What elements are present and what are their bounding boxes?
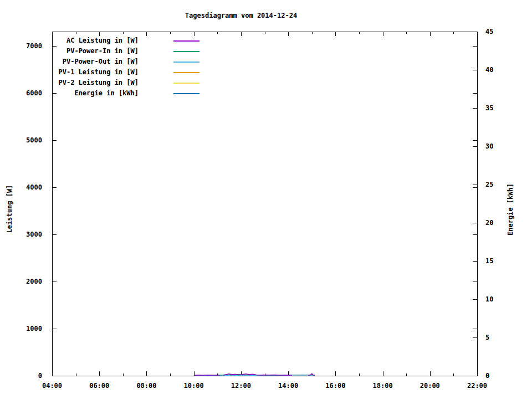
x-tick-label: 04:00 [34,382,70,390]
legend-item: PV-Power-Out in [W] [49,57,259,67]
legend-label: PV-Power-In in [W] [49,46,139,57]
chart-canvas: Tagesdiagramm vom 2014-12-24 Leistung [W… [0,0,532,399]
legend-label: Energie in [kWh] [49,88,139,99]
series-line-ac-leistung-in-w [195,375,220,376]
y-tick-label: 3000 [8,231,42,238]
y2-tick-label: 35 [485,104,493,112]
legend-label: AC Leistung in [W] [49,35,139,46]
y2-tick-label: 30 [485,142,493,150]
y2-tick-label: 25 [485,181,493,188]
legend-line-sample [173,40,200,42]
legend-item: PV-1 Leistung in [W] [49,67,259,78]
x-tick-label: 06:00 [81,382,117,390]
legend-item: PV-2 Leistung in [W] [49,78,259,88]
legend-label: PV-2 Leistung in [W] [49,78,139,88]
legend-item: PV-Power-In in [W] [49,46,259,57]
y-tick-label: 5000 [8,136,42,144]
x-tick-label: 08:00 [129,382,164,390]
y-tick-label: 6000 [8,89,42,97]
y-tick-label: 2000 [8,278,42,285]
y-tick-label: 4000 [8,183,42,191]
y2-tick-label: 10 [485,295,493,303]
y2-tick-label: 5 [485,334,489,341]
legend-label: PV-Power-Out in [W] [49,57,139,67]
y-tick-label: 7000 [8,42,42,50]
y2-tick-label: 45 [485,28,493,35]
legend-item: AC Leistung in [W] [49,35,259,46]
y-tick-label: 0 [8,372,42,380]
legend-line-sample [173,83,200,84]
legend-label: PV-1 Leistung in [W] [49,67,139,78]
x-tick-label: 12:00 [223,382,259,390]
y-tick-label: 1000 [8,325,42,332]
legend-line-sample [173,72,200,73]
x-tick-label: 20:00 [412,382,448,390]
x-tick-label: 10:00 [176,382,212,390]
y2-tick-label: 20 [485,219,493,227]
legend-line-sample [173,93,200,94]
x-tick-label: 16:00 [318,382,353,390]
x-tick-label: 18:00 [365,382,401,390]
x-tick-label: 14:00 [270,382,306,390]
x-tick-label: 22:00 [459,382,495,390]
y2-tick-label: 0 [485,372,489,380]
y2-tick-label: 15 [485,257,493,265]
legend-line-sample [173,62,200,63]
legend-line-sample [173,51,200,52]
legend-item: Energie in [kWh] [49,88,259,99]
y2-tick-label: 40 [485,66,493,74]
